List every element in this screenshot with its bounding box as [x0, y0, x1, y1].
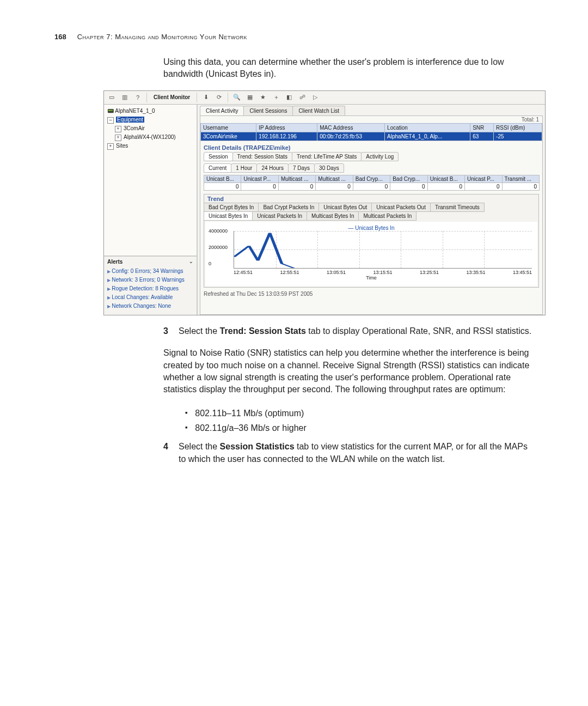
- stat-v3: 0: [316, 183, 352, 190]
- table-row[interactable]: 3ComAir\mike 192.168.12.196 00:0b:7d:25:…: [201, 132, 542, 141]
- tab-client-sessions[interactable]: Client Sessions: [243, 106, 293, 115]
- stat-v1: 0: [241, 183, 278, 190]
- tt-unicast-bytes-in[interactable]: Unicast Bytes In: [204, 211, 253, 221]
- alert-netchanges[interactable]: Network Changes: None: [107, 302, 193, 311]
- trend-title: Trend: [204, 194, 538, 203]
- tt-unicast-packets-out[interactable]: Unicast Packets Out: [371, 203, 431, 212]
- stat-v7: 0: [465, 183, 501, 190]
- toolbar: ▭ ▥ ? Client Monitor ⬇ ⟳ 🔍 ▦ ★ ＋ ◧ ☍ ▷: [104, 91, 545, 105]
- refresh-icon[interactable]: ⟳: [213, 92, 224, 103]
- stat-h7: Unicast P...: [465, 175, 501, 183]
- tt-bad-crypt-bytes-in[interactable]: Bad Crypt Bytes In: [204, 203, 259, 212]
- col-snr[interactable]: SNR: [470, 123, 494, 132]
- tab-client-activity[interactable]: Client Activity: [200, 106, 244, 115]
- tab-session[interactable]: Session: [204, 152, 233, 161]
- stat-h4: Bad Cryp...: [353, 175, 390, 183]
- bullet-80211g: 802.11g/a–36 Mb/s or higher: [185, 421, 534, 435]
- trend-chart: Unicast Bytes In 4000000 2000000 0: [205, 222, 537, 286]
- x-labels: 12:45:5112:55:5113:05:5113:15:5113:25:51…: [234, 269, 532, 275]
- add-icon[interactable]: ＋: [271, 92, 281, 103]
- star-icon[interactable]: ★: [258, 92, 268, 103]
- stat-v8: 0: [503, 183, 539, 190]
- tab-trend-lifetime-ap[interactable]: Trend: LifeTime AP Stats: [292, 152, 362, 161]
- stat-v0: 0: [204, 183, 241, 190]
- time-30days[interactable]: 30 Days: [314, 163, 344, 173]
- nav-tree[interactable]: 📟 AlphaNET4_1_0 –Equipment +3ComAir +Alp…: [104, 105, 197, 255]
- y-tick-0: 4000000: [209, 228, 228, 234]
- collapse-icon[interactable]: ⌄: [189, 259, 193, 264]
- window-tile-icon[interactable]: ▭: [106, 92, 117, 103]
- step-3: 3 Select the Trend: Session Stats tab to…: [163, 325, 534, 337]
- chart-title: Unicast Bytes In: [211, 225, 532, 231]
- time-24hours[interactable]: 24 Hours: [256, 163, 289, 173]
- trend-box: Trend Bad Crypt Bytes In Bad Crypt Packe…: [204, 194, 539, 288]
- chart-icon[interactable]: ▦: [244, 92, 255, 103]
- time-1hour[interactable]: 1 Hour: [231, 163, 257, 173]
- trend-tabs: Bad Crypt Bytes In Bad Crypt Packets In …: [204, 203, 538, 221]
- client-table[interactable]: Username IP Address MAC Address Location…: [200, 123, 542, 141]
- stat-h1: Unicast P...: [241, 175, 278, 183]
- tab-trend-session-stats[interactable]: Trend: Session Stats: [232, 152, 292, 161]
- zoom-icon[interactable]: 🔍: [231, 92, 242, 103]
- export-icon[interactable]: ▷: [310, 92, 321, 103]
- tab-client-watch-list[interactable]: Client Watch List: [292, 106, 345, 115]
- alert-config[interactable]: Config: 0 Errors; 34 Warnings: [107, 267, 193, 276]
- alert-local[interactable]: Local Changes: Available: [107, 293, 193, 302]
- tt-bad-crypt-packets-in[interactable]: Bad Crypt Packets In: [258, 203, 319, 212]
- window-cascade-icon[interactable]: ▥: [119, 92, 130, 103]
- stat-h6: Unicast B...: [428, 175, 464, 183]
- client-details-title: Client Details (TRAPEZE\mike): [200, 141, 542, 152]
- panel-title: Client Monitor: [150, 94, 193, 100]
- tree-item-alphawx4[interactable]: +AlphaWX4-(WX1200): [107, 133, 194, 142]
- stat-h3: Multicast ...: [316, 175, 352, 183]
- refresh-down-icon[interactable]: ⬇: [200, 92, 211, 103]
- step-4: 4 Select the Session Statistics tab to v…: [163, 441, 534, 465]
- time-7days[interactable]: 7 Days: [288, 163, 315, 173]
- total-count: Total: 1: [200, 116, 542, 123]
- client-monitor-screenshot: ▭ ▥ ? Client Monitor ⬇ ⟳ 🔍 ▦ ★ ＋ ◧ ☍ ▷ 📟…: [103, 90, 546, 315]
- snr-paragraph: Signal to Noise Ratio (SNR) statistics c…: [163, 347, 534, 396]
- tt-multicast-packets-in[interactable]: Multicast Packets In: [358, 211, 416, 221]
- bullet-80211b: 802.11b–11 Mb/s (optimum): [185, 406, 534, 421]
- stat-v6: 0: [428, 183, 464, 190]
- top-tabs: Client Activity Client Sessions Client W…: [198, 105, 545, 115]
- col-rssi[interactable]: RSSI (dBm): [494, 123, 542, 132]
- stat-h0: Unicast B...: [204, 175, 241, 183]
- alerts-title: Alerts: [107, 259, 122, 265]
- time-current[interactable]: Current: [204, 163, 231, 173]
- col-username[interactable]: Username: [201, 123, 256, 132]
- stat-v4: 0: [353, 183, 390, 190]
- stats-grid: Unicast B...0 Unicast P...0 Multicast ..…: [204, 175, 539, 191]
- intro-paragraph: Using this data, you can determine wheth…: [163, 56, 534, 81]
- chart-area: [234, 231, 532, 269]
- tag-icon[interactable]: ◧: [284, 92, 295, 103]
- tree-item-3comair[interactable]: +3ComAir: [107, 124, 194, 133]
- stat-h5: Bad Cryp...: [390, 175, 427, 183]
- time-tabs: Current 1 Hour 24 Hours 7 Days 30 Days: [200, 163, 542, 173]
- alert-rogue[interactable]: Rogue Detection: 8 Rogues: [107, 284, 193, 293]
- detail-tabs: Session Trend: Session Stats Trend: Life…: [200, 152, 542, 161]
- x-axis-title: Time: [211, 275, 532, 281]
- stat-v5: 0: [390, 183, 427, 190]
- col-ip[interactable]: IP Address: [256, 123, 317, 132]
- tt-multicast-bytes-in[interactable]: Multicast Bytes In: [307, 211, 359, 221]
- tree-sites[interactable]: +Sites: [107, 142, 194, 150]
- tree-root[interactable]: 📟 AlphaNET4_1_0: [107, 107, 194, 115]
- y-tick-1: 2000000: [209, 245, 228, 250]
- tab-activity-log[interactable]: Activity Log: [361, 152, 399, 161]
- tree-equipment[interactable]: –Equipment: [107, 115, 194, 124]
- help-icon[interactable]: ?: [132, 92, 143, 103]
- stat-h2: Multicast ...: [279, 175, 315, 183]
- alert-network[interactable]: Network: 3 Errors; 0 Warnings: [107, 276, 193, 284]
- tt-unicast-packets-in[interactable]: Unicast Packets In: [252, 211, 307, 221]
- status-bar: Refreshed at Thu Dec 15 13:03:59 PST 200…: [200, 290, 542, 298]
- col-location[interactable]: Location: [385, 123, 470, 132]
- col-mac[interactable]: MAC Address: [317, 123, 385, 132]
- y-tick-2: 0: [209, 261, 211, 266]
- find-client-icon[interactable]: ☍: [297, 92, 308, 103]
- stat-v2: 0: [279, 183, 315, 190]
- tt-transmit-timeouts[interactable]: Transmit Timeouts: [430, 203, 485, 212]
- tt-unicast-bytes-out[interactable]: Unicast Bytes Out: [318, 203, 372, 212]
- page-number: 168: [54, 33, 66, 41]
- chapter-heading: Chapter 7: Managing and Monitoring Your …: [77, 33, 247, 41]
